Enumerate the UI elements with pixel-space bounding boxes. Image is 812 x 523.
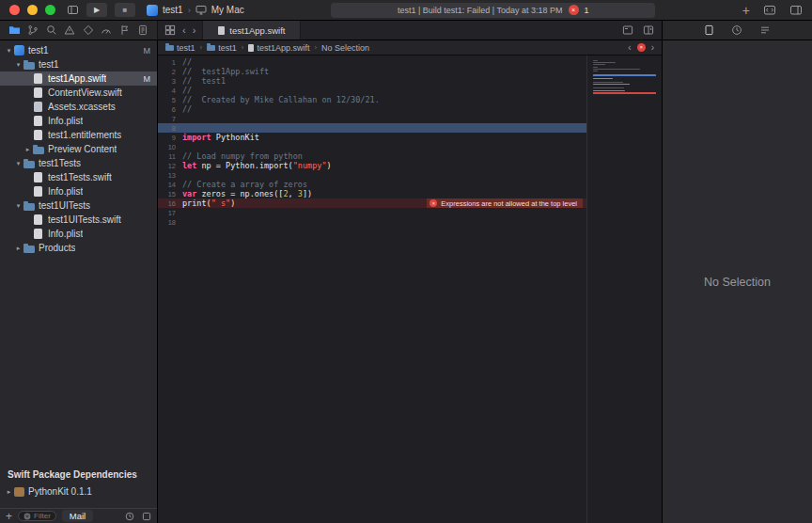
file-tree: ▾test1M▾test1test1App.swiftMContentView.…: [0, 40, 157, 459]
sidebar-item-preview-content[interactable]: ▸Preview Content: [0, 142, 157, 156]
line-number: 18: [158, 218, 182, 227]
inline-error-banner[interactable]: ×Expressions are not allowed at the top …: [427, 198, 583, 208]
issue-badge-icon[interactable]: ×: [637, 43, 646, 52]
sidebar-item-test1uitests[interactable]: ▾test1UITests: [0, 198, 157, 213]
tab-test1app-swift[interactable]: test1App.swift: [202, 21, 301, 40]
find-navigator-icon[interactable]: [46, 24, 57, 36]
back-button[interactable]: ‹: [182, 25, 186, 36]
previous-issue-button[interactable]: ‹: [628, 43, 631, 53]
sidebar-item-products[interactable]: ▸Products: [0, 241, 157, 255]
disclosure-triangle[interactable]: ▸: [4, 488, 14, 496]
sidebar-item-test1-entitlements[interactable]: test1.entitlements: [0, 128, 157, 142]
debug-navigator-icon[interactable]: [101, 24, 112, 36]
file-icon: [248, 44, 254, 52]
dock-label: Mail: [62, 510, 93, 522]
disclosure-triangle[interactable]: ▸: [23, 146, 33, 153]
stop-button[interactable]: ■: [115, 3, 135, 17]
project-navigator-icon[interactable]: [8, 24, 21, 36]
fullscreen-button[interactable]: [45, 5, 55, 15]
code-text: //: [182, 57, 192, 67]
toolbar-layout-icon[interactable]: [67, 4, 79, 16]
filter-field[interactable]: Filter: [18, 511, 56, 521]
package-icon: [14, 487, 24, 497]
sidebar-item-pythonkit[interactable]: ▸ PythonKit 0.1.1: [0, 484, 157, 499]
close-button[interactable]: [9, 5, 20, 15]
sub-bar: ‹ › test1App.swift: [0, 21, 812, 40]
sidebar-item-info-plist[interactable]: Info.plist: [0, 227, 157, 241]
code-text: // Created by Mike Callahan on 12/30/21.: [182, 95, 380, 104]
disclosure-triangle[interactable]: ▾: [13, 61, 23, 69]
sidebar-item-test1tests[interactable]: ▾test1Tests: [0, 156, 157, 170]
line-number: 4: [158, 87, 182, 95]
sidebar-item-info-plist[interactable]: Info.plist: [0, 184, 157, 198]
minimize-button[interactable]: [27, 5, 38, 15]
minimap-line: [593, 78, 613, 79]
forward-button[interactable]: ›: [193, 25, 196, 36]
sidebar-item-test1uitests-swift[interactable]: test1UITests.swift: [0, 213, 157, 227]
run-button[interactable]: ▶: [86, 3, 107, 17]
minimap-lines: [593, 60, 656, 98]
code-text: // Create a array of zeros: [182, 180, 307, 189]
file-inspector-icon[interactable]: [704, 24, 714, 36]
error-count: 1: [585, 6, 589, 15]
folder-icon: [165, 45, 174, 51]
sidebar-item-test1tests-swift[interactable]: test1Tests.swift: [0, 170, 157, 184]
tab-overview-icon[interactable]: [164, 24, 176, 36]
minimap-line: [593, 67, 598, 68]
sidebar-item-label: Assets.xcassets: [48, 102, 116, 112]
library-add-button[interactable]: +: [742, 4, 750, 17]
line-number: 15: [158, 190, 182, 198]
line-number: 8: [158, 124, 182, 133]
code-area[interactable]: 1//2// test1App.swift3// test14//5// Cre…: [158, 55, 662, 523]
package-section-header: Swift Package Dependencies: [0, 459, 157, 484]
scheme-selector[interactable]: test1 › My Mac: [147, 5, 244, 16]
add-editor-icon[interactable]: [643, 24, 654, 36]
editor-arrows-button[interactable]: [763, 4, 776, 16]
minimap[interactable]: [586, 55, 662, 523]
navigator-filter-bar: + Filter Mail: [0, 508, 157, 523]
activity-view[interactable]: test1 | Build test1: Failed | Today at 3…: [331, 3, 655, 18]
recent-files-icon[interactable]: [125, 512, 134, 521]
add-file-button[interactable]: +: [6, 510, 12, 523]
breadcrumb-item[interactable]: test1: [165, 43, 195, 53]
sidebar-item-test1[interactable]: ▾test1: [0, 57, 157, 71]
issue-navigator-icon[interactable]: [64, 24, 75, 36]
filter-icon: [23, 513, 31, 520]
file-icon: [34, 172, 42, 182]
sidebar-item-label: test1Tests: [39, 158, 81, 168]
sidebar-item-assets-xcassets[interactable]: Assets.xcassets: [0, 100, 157, 114]
disclosure-triangle[interactable]: ▾: [13, 202, 23, 210]
sidebar-item-contentview-swift[interactable]: ContentView.swift: [0, 86, 157, 100]
sidebar-item-label: test1: [28, 45, 49, 55]
breadcrumb-item[interactable]: test1: [207, 43, 237, 53]
source-control-status-icon[interactable]: [142, 512, 151, 521]
line-number: 13: [158, 171, 182, 180]
breadcrumb-item[interactable]: test1App.swift: [248, 43, 309, 53]
disclosure-triangle[interactable]: ▸: [13, 245, 23, 252]
sidebar-item-test1app-swift[interactable]: test1App.swiftM: [0, 71, 157, 86]
line-number: 11: [158, 152, 182, 161]
sidebar-item-test1[interactable]: ▾test1M: [0, 43, 157, 57]
next-issue-button[interactable]: ›: [651, 43, 654, 53]
line-number: 1: [158, 58, 182, 67]
test-navigator-icon[interactable]: [83, 24, 94, 36]
report-navigator-icon[interactable]: [137, 24, 148, 36]
disclosure-triangle[interactable]: ▾: [13, 160, 23, 167]
sidebar-item-info-plist[interactable]: Info.plist: [0, 114, 157, 128]
inspector-toggle-button[interactable]: [789, 4, 803, 16]
line-number: 5: [158, 96, 182, 104]
breadcrumb-item[interactable]: No Selection: [321, 43, 369, 53]
history-inspector-icon[interactable]: [731, 24, 742, 36]
editor-options-icon[interactable]: [622, 24, 633, 36]
minimap-line: [593, 74, 656, 76]
disclosure-triangle[interactable]: ▾: [4, 47, 14, 55]
code-text: let np = Python.import("numpy"): [182, 161, 332, 170]
error-badge-icon[interactable]: ×: [569, 5, 579, 15]
file-icon: [34, 186, 42, 197]
modified-badge: M: [144, 46, 151, 55]
breakpoint-navigator-icon[interactable]: [119, 24, 131, 36]
quick-help-inspector-icon[interactable]: [759, 24, 771, 36]
source-control-icon[interactable]: [27, 24, 39, 36]
line-number: 17: [158, 209, 182, 217]
destination-name: My Mac: [211, 5, 244, 15]
